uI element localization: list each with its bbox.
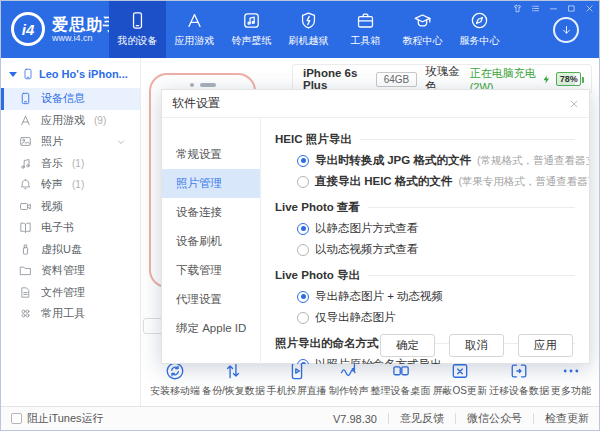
- radio-view-static[interactable]: 以静态图片方式查看: [297, 221, 575, 236]
- nav-flash-jailbreak[interactable]: 刷机越狱: [280, 1, 337, 58]
- apply-button[interactable]: 应用: [518, 334, 573, 357]
- radio-view-dynamic[interactable]: 以动态视频方式查看: [297, 242, 575, 257]
- sidebar-item-ringtones[interactable]: 铃声 (1): [1, 174, 140, 196]
- tool-migrate-data[interactable]: 迁移设备数据: [489, 361, 549, 406]
- sync-circle-icon: [165, 361, 185, 381]
- tool-organize-desktop[interactable]: 整理设备桌面: [371, 361, 431, 406]
- menu-list-icon[interactable]: [531, 4, 540, 13]
- sidebar-item-data-management[interactable]: 资料管理: [1, 260, 140, 282]
- radio-original-naming[interactable]: 以照片原始命名方式导出: [297, 357, 575, 364]
- cancel-button[interactable]: 取消: [449, 334, 504, 357]
- dialog-buttons: 确定 取消 应用: [380, 334, 573, 357]
- divider: [455, 413, 456, 424]
- maximize-icon[interactable]: [567, 4, 576, 13]
- block-itunes-checkbox-row[interactable]: 阻止iTunes运行: [11, 411, 104, 426]
- tool-make-ringtone[interactable]: 制作铃声: [329, 361, 369, 406]
- sidebar-item-music[interactable]: 音乐 (1): [1, 153, 140, 175]
- sidebar-item-file-management[interactable]: 文件管理: [1, 282, 140, 304]
- toolbox-icon: [356, 11, 375, 30]
- grid-squares-icon: [391, 361, 411, 381]
- statusbar-right: V7.98.30 意见反馈 微信公众号 检查更新: [333, 411, 589, 426]
- camera-dot-icon: [190, 83, 194, 87]
- app-header: i4 爱思助手 www.i4.cn 我的设备 应用游戏 铃声壁纸 刷机越狱: [1, 1, 599, 58]
- nav-ringtones-wallpaper[interactable]: 铃声壁纸: [223, 1, 280, 58]
- app-logo: i4 爱思助手 www.i4.cn: [11, 12, 120, 46]
- sidebar-item-ebooks[interactable]: 电子书: [1, 217, 140, 239]
- device-model: iPhone 6s Plus: [303, 67, 368, 91]
- tool-more-features[interactable]: 更多功能: [551, 361, 591, 406]
- radio-unselected-icon: [297, 244, 309, 256]
- dialog-tabs: 常规设置 照片管理 设备连接 设备刷机 下载管理 代理设置 绑定 Apple I…: [162, 118, 261, 364]
- storage-badge: 64GB: [376, 72, 418, 87]
- tab-proxy-settings[interactable]: 代理设置: [162, 285, 260, 314]
- backup-arrows-icon: [223, 361, 243, 381]
- device-icon: [22, 68, 34, 80]
- main-nav: 我的设备 应用游戏 铃声壁纸 刷机越狱 工具箱 教程中心: [109, 1, 508, 58]
- caret-down-icon: [9, 72, 17, 77]
- music-note-icon: [19, 157, 32, 170]
- version-label: V7.98.30: [333, 413, 377, 425]
- nav-toolbox[interactable]: 工具箱: [337, 1, 394, 58]
- radio-heic-direct[interactable]: 直接导出 HEIC 格式的文件 (苹果专用格式，普通查看器可能不支持): [297, 174, 575, 189]
- tab-bind-apple-id[interactable]: 绑定 Apple ID: [162, 314, 260, 343]
- more-dots-icon: [561, 361, 581, 381]
- radio-selected-icon: [297, 359, 309, 365]
- device-info-icon: [19, 92, 32, 105]
- dialog-close-icon[interactable]: [569, 99, 579, 109]
- sidebar-item-videos[interactable]: 视频: [1, 196, 140, 218]
- dialog-title: 软件设置: [172, 95, 220, 112]
- bottom-toolbar: 安装移动端 备份/恢复数据 手机投屏直播 制作铃声 整理设备桌面 屏蔽OS更新: [142, 357, 599, 406]
- chevron-down-icon[interactable]: [116, 137, 126, 147]
- phone-icon: [128, 11, 147, 30]
- compass-icon: [470, 11, 489, 30]
- divider: [388, 413, 389, 424]
- migrate-phones-icon: [509, 361, 529, 381]
- appstore-icon: [19, 114, 32, 127]
- sidebar-item-device-info[interactable]: 设备信息: [1, 88, 140, 110]
- status-bar: 阻止iTunes运行 V7.98.30 意见反馈 微信公众号 检查更新: [1, 406, 599, 430]
- usb-drive-icon: [19, 243, 32, 256]
- radio-heic-to-jpg[interactable]: 导出时转换成 JPG 格式的文件 (常规格式，普通查看器支持，导出速度慢): [297, 153, 575, 168]
- nav-apps-games[interactable]: 应用游戏: [166, 1, 223, 58]
- download-manager-button[interactable]: [553, 17, 579, 43]
- charging-bolt-icon: [541, 73, 552, 86]
- sound-wave-icon: [339, 361, 359, 381]
- radio-selected-icon: [297, 291, 309, 303]
- ok-button[interactable]: 确定: [380, 334, 435, 357]
- tab-device-flash[interactable]: 设备刷机: [162, 227, 260, 256]
- wechat-official-link[interactable]: 微信公众号: [467, 411, 522, 426]
- tab-general-settings[interactable]: 常规设置: [162, 140, 260, 169]
- minimize-icon[interactable]: [549, 4, 558, 13]
- phone-camera-speaker: [151, 83, 254, 87]
- radio-export-both[interactable]: 导出静态图片 + 动态视频: [297, 289, 575, 304]
- nav-my-device[interactable]: 我的设备: [109, 1, 166, 58]
- appstore-icon: [185, 11, 204, 30]
- sidebar-device-header[interactable]: Leo Ho's iPhon...: [1, 58, 140, 88]
- radio-export-static-only[interactable]: 仅导出静态图片: [297, 310, 575, 325]
- skin-theme-icon[interactable]: [513, 4, 522, 13]
- nav-tutorials[interactable]: 教程中心: [394, 1, 451, 58]
- section-livephoto-view: Live Photo 查看: [275, 200, 575, 215]
- i4-logo-icon: i4: [11, 12, 45, 46]
- tab-device-connection[interactable]: 设备连接: [162, 198, 260, 227]
- nav-service-center[interactable]: 服务中心: [451, 1, 508, 58]
- sidebar-item-photos[interactable]: 照片: [1, 131, 140, 153]
- sidebar-item-virtual-usb[interactable]: 虚拟U盘: [1, 239, 140, 261]
- tool-backup-restore[interactable]: 备份/恢复数据: [202, 361, 265, 406]
- folder-icon: [19, 264, 32, 277]
- item-count: (1): [72, 179, 84, 190]
- tab-photo-management[interactable]: 照片管理: [162, 169, 260, 198]
- section-livephoto-export: Live Photo 导出: [275, 268, 575, 283]
- tool-screen-mirror[interactable]: 手机投屏直播: [267, 361, 327, 406]
- close-icon[interactable]: [585, 4, 594, 13]
- tool-install-mobile[interactable]: 安装移动端: [150, 361, 200, 406]
- bell-icon: [19, 178, 32, 191]
- sidebar-item-common-tools[interactable]: 常用工具: [1, 303, 140, 325]
- check-update-link[interactable]: 检查更新: [545, 411, 589, 426]
- tool-block-os-update[interactable]: 屏蔽OS更新: [433, 361, 487, 406]
- sidebar-item-apps-games[interactable]: 应用游戏 (9): [1, 110, 140, 132]
- feedback-link[interactable]: 意见反馈: [400, 411, 444, 426]
- tab-download-management[interactable]: 下载管理: [162, 256, 260, 285]
- section-heic-export: HEIC 照片导出: [275, 132, 575, 147]
- battery-indicator: 78%: [556, 72, 581, 86]
